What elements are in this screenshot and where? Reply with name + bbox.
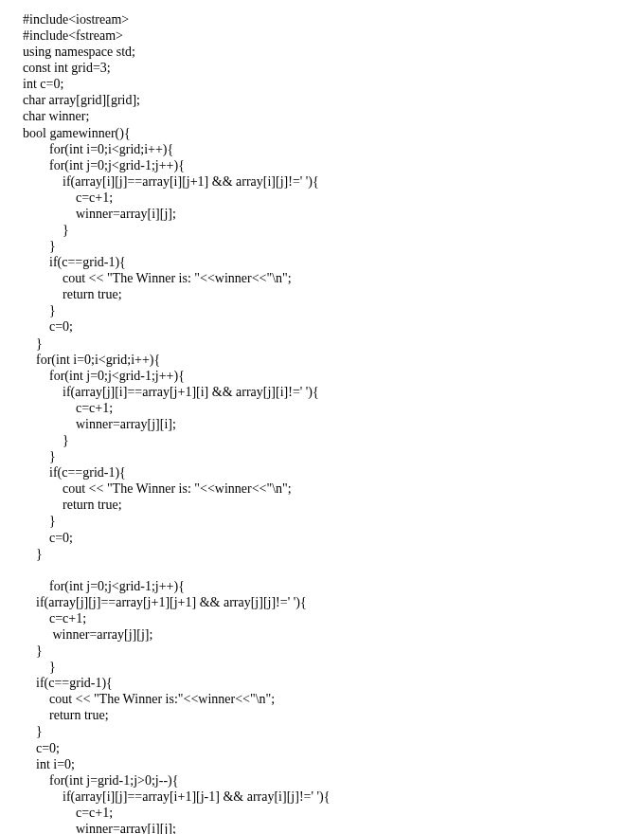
code-page: #include<iostream> #include<fstream> usi… xyxy=(0,0,644,834)
code-block: #include<iostream> #include<fstream> usi… xyxy=(23,12,330,834)
